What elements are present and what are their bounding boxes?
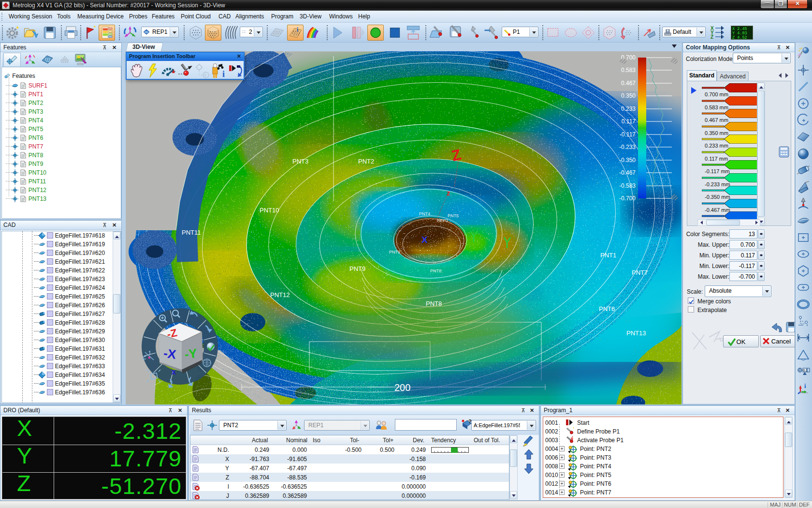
svg-text:i: i	[297, 26, 299, 33]
svg-text:-0.117: -0.117	[620, 131, 636, 138]
svg-text:x: x	[172, 368, 176, 376]
svg-text:Z 4.52: Z 4.52	[732, 35, 747, 39]
svg-text:0.700: 0.700	[621, 54, 636, 61]
svg-text:0.583: 0.583	[621, 67, 636, 74]
svg-text:X: X	[421, 235, 428, 245]
svg-text:PNT9: PNT9	[389, 250, 400, 254]
svg-text:PNT2: PNT2	[358, 158, 374, 165]
svg-text:i: i	[222, 69, 225, 79]
svg-text:-0.350: -0.350	[619, 157, 636, 164]
svg-text:PNT6: PNT6	[599, 305, 615, 313]
svg-text:PNT13: PNT13	[626, 329, 646, 337]
svg-text:-0.233: -0.233	[619, 144, 636, 150]
svg-text:0.117: 0.117	[622, 118, 636, 125]
svg-text:-0.467: -0.467	[619, 169, 636, 176]
svg-text:-X: -X	[162, 346, 177, 362]
svg-text:0.233: 0.233	[621, 105, 636, 112]
svg-text:-0.700: -0.700	[619, 195, 636, 202]
svg-text:PNT12: PNT12	[270, 291, 290, 299]
svg-text:?: ?	[204, 73, 206, 78]
svg-text:-Y: -Y	[184, 346, 198, 362]
svg-text:PNT4: PNT4	[419, 211, 430, 216]
svg-text:-0.583: -0.583	[619, 182, 636, 189]
svg-text:PNT10: PNT10	[260, 207, 279, 214]
svg-text:PNT9: PNT9	[349, 265, 365, 272]
svg-text:PNT8: PNT8	[430, 269, 441, 273]
svg-text:REP1: REP1	[437, 218, 449, 223]
svg-text:0.467: 0.467	[621, 80, 636, 87]
svg-text:Z: Z	[710, 34, 713, 40]
svg-text:PNT7: PNT7	[632, 269, 648, 276]
svg-text:PNT5: PNT5	[448, 213, 459, 218]
svg-text:PNT3: PNT3	[292, 158, 308, 165]
svg-text:PNT1: PNT1	[600, 252, 616, 259]
svg-text:PNT8: PNT8	[426, 300, 442, 307]
svg-text:PNT11: PNT11	[182, 229, 201, 236]
svg-text:i: i	[804, 382, 806, 389]
svg-text:0.350: 0.350	[621, 92, 636, 99]
svg-text:200: 200	[394, 382, 410, 393]
